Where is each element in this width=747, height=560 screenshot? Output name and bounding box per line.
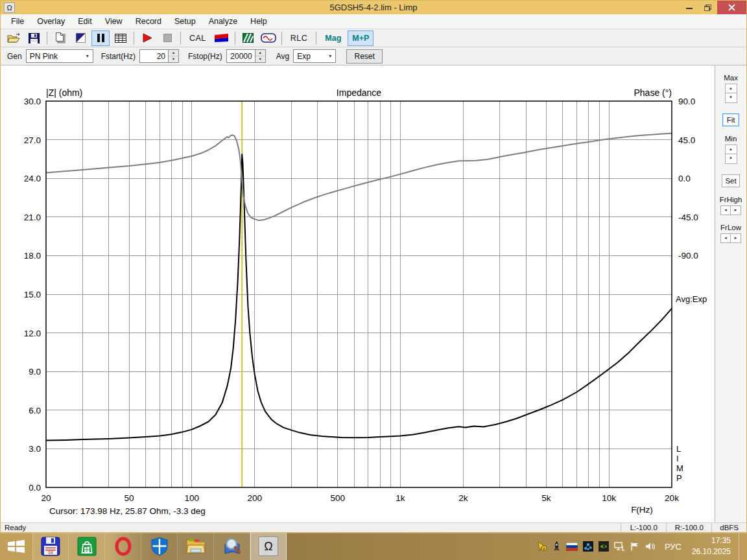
fstop-spinner[interactable]: ▲ ▼: [255, 49, 266, 63]
limp-window: Ω 5GDSH5-4-2.lim - Limp File Overlay Edi…: [0, 0, 747, 533]
table-grid-icon: [115, 34, 126, 43]
menu-overlay[interactable]: Overlay: [30, 15, 71, 28]
taskbar-app-explorer[interactable]: [178, 533, 214, 560]
taskbar-app-limp[interactable]: Ω: [250, 533, 287, 560]
menu-setup[interactable]: Setup: [168, 15, 202, 28]
frlow-arrows[interactable]: ◄ ►: [720, 233, 741, 243]
status-bar: Ready L:-100.0 R:-100.0 dBFS: [1, 522, 746, 532]
tray-nvidia-icon[interactable]: [599, 541, 609, 552]
menu-file[interactable]: File: [5, 15, 30, 28]
tray-pointer-icon[interactable]: 8: [537, 541, 547, 552]
spin-up-icon[interactable]: ▲: [255, 50, 265, 56]
minimize-icon: [686, 5, 693, 11]
min-label: Min: [725, 135, 737, 143]
toolbar-separator: [316, 32, 316, 45]
max-spinner[interactable]: ▲ ▼: [725, 84, 737, 103]
menu-edit[interactable]: Edit: [71, 15, 99, 28]
taskbar-app-search[interactable]: [214, 533, 250, 560]
arrow-right-icon[interactable]: ►: [731, 233, 741, 243]
spin-up-icon[interactable]: ▲: [169, 50, 178, 56]
save-button[interactable]: [25, 30, 43, 46]
tray-rocket-icon[interactable]: [552, 541, 561, 552]
generator-bar: Gen PN Pink ▾ Fstart(Hz) 20 ▲ ▼ Fstop(Hz…: [1, 47, 746, 65]
show-desktop-button[interactable]: [739, 533, 743, 560]
table-view-button[interactable]: [112, 30, 130, 46]
magnitude-phase-view-button[interactable]: M+P: [348, 30, 374, 46]
impedance-curve: [46, 154, 672, 441]
min-spinner[interactable]: ▲ ▼: [725, 145, 737, 164]
magnitude-view-button[interactable]: Mag: [320, 30, 346, 46]
averaging-select[interactable]: Exp ▾: [293, 49, 336, 63]
menu-view[interactable]: View: [99, 15, 129, 28]
sine-generator-button[interactable]: [259, 30, 278, 46]
frhigh-arrows[interactable]: ◄ ►: [720, 205, 741, 215]
rlc-button[interactable]: RLC: [286, 30, 313, 46]
impedance-chart[interactable]: |Z| (ohm)ImpedancePhase (°)30.027.024.02…: [1, 65, 716, 522]
taskbar-app-store[interactable]: [69, 533, 105, 560]
x-axis-tick: 1k: [396, 493, 405, 503]
generator-value: PN Pink: [30, 52, 58, 61]
avg-label: Avg: [276, 52, 289, 61]
spin-down-icon[interactable]: ▼: [255, 56, 265, 62]
chart-side-panel: Max ▲ ▼ Fit Min ▲ ▼ Set FrHigh ◄ ► FrLow: [715, 65, 746, 522]
record-stop-button[interactable]: [158, 30, 176, 46]
pen-style-button[interactable]: [71, 30, 89, 46]
pause-button[interactable]: [91, 30, 110, 46]
clock-date: 26.10.2025: [692, 546, 731, 557]
clock[interactable]: 17:35 26.10.2025: [692, 535, 731, 558]
menu-analyze[interactable]: Analyze: [202, 15, 244, 28]
arrow-right-icon[interactable]: ►: [731, 205, 741, 215]
restore-button[interactable]: [698, 1, 717, 14]
diagonal-split-icon: [76, 33, 86, 43]
tray-network-nodes-icon[interactable]: [583, 541, 593, 552]
desktop: Ω 5GDSH5-4-2.lim - Limp File Overlay Edi…: [0, 0, 747, 560]
fstart-spinner[interactable]: ▲ ▼: [169, 49, 179, 63]
right-axis-tick: 45.0: [678, 135, 695, 145]
fstop-input[interactable]: 20000: [226, 49, 255, 63]
file-explorer-icon: [185, 537, 206, 555]
title-bar[interactable]: Ω 5GDSH5-4-2.lim - Limp: [1, 1, 746, 14]
x-axis-tick: 500: [330, 493, 345, 503]
tray-speaker-icon[interactable]: [645, 542, 656, 551]
open-file-button[interactable]: [5, 30, 23, 46]
x-axis-tick: 20: [41, 493, 51, 503]
menu-help[interactable]: Help: [244, 15, 274, 28]
set-button[interactable]: Set: [722, 174, 739, 187]
generator-level-button[interactable]: [213, 30, 231, 46]
spin-down-icon[interactable]: ▼: [169, 56, 178, 62]
arrow-left-icon[interactable]: ◄: [720, 233, 731, 243]
impedance-setup-button[interactable]: [239, 30, 257, 46]
tray-russian-flag-icon[interactable]: [566, 542, 578, 551]
frhigh-label: FrHigh: [720, 196, 742, 204]
spin-up-icon[interactable]: ▲: [725, 145, 737, 154]
arrow-left-icon[interactable]: ◄: [720, 205, 731, 215]
spin-down-icon[interactable]: ▼: [725, 93, 737, 103]
tray-network-icon[interactable]: [614, 542, 625, 552]
avg-mode-annotation: Avg:Exp: [676, 294, 707, 304]
new-file-button[interactable]: [51, 30, 69, 46]
fit-button[interactable]: Fit: [722, 113, 739, 126]
max-label: Max: [724, 74, 738, 82]
sine-wave-icon: [261, 33, 276, 43]
close-button[interactable]: [717, 1, 746, 14]
start-button[interactable]: [0, 533, 32, 560]
taskbar-app-floppy64[interactable]: 64: [32, 533, 69, 560]
spin-up-icon[interactable]: ▲: [725, 84, 737, 93]
menu-record[interactable]: Record: [129, 15, 168, 28]
tray-action-center-flag-icon[interactable]: [630, 542, 640, 552]
record-start-button[interactable]: [138, 30, 156, 46]
right-axis-tick: -45.0: [678, 213, 698, 222]
reset-button[interactable]: Reset: [346, 49, 383, 64]
left-axis-tick: 24.0: [24, 174, 41, 183]
fstart-input[interactable]: 20: [139, 49, 169, 63]
search-book-icon: [222, 537, 242, 556]
gen-label: Gen: [7, 52, 22, 61]
calibrate-button[interactable]: CAL: [185, 30, 211, 46]
language-indicator[interactable]: РУС: [665, 542, 682, 552]
generator-select[interactable]: PN Pink ▾: [26, 49, 93, 63]
taskbar-app-opera[interactable]: [105, 533, 141, 560]
taskbar-app-defender[interactable]: [141, 533, 178, 560]
spin-down-icon[interactable]: ▼: [725, 154, 737, 164]
limp-watermark: I: [676, 454, 679, 463]
minimize-button[interactable]: [680, 1, 698, 14]
